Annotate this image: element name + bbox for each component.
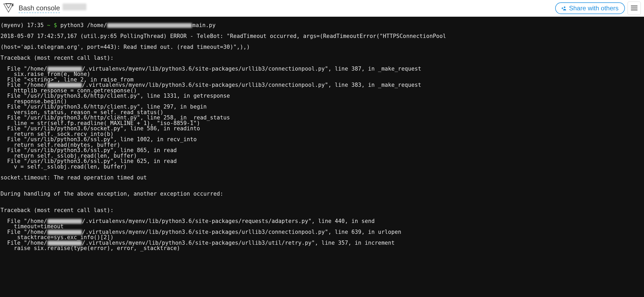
traceback-file-line: File "/usr/lib/python3.6/http/client.py"…: [1, 104, 644, 110]
traceback-code-line: line = str(self.fp.readline(_MAXLINE + 1…: [1, 120, 644, 126]
traceback-file-line: File "/home//.virtualenvs/myenv/lib/pyth…: [1, 218, 644, 224]
prompt-time: 17:35: [27, 22, 44, 28]
prompt-symbol: $: [54, 22, 57, 28]
traceback-file-line: File "/usr/lib/python3.6/http/client.py"…: [1, 93, 644, 99]
terminal[interactable]: (myenv) 17:35 ~ $ python3 /home/main.py …: [0, 17, 644, 297]
add-user-icon: [560, 5, 566, 11]
redacted-path: [47, 219, 82, 224]
topbar-left: Bash console: [2, 2, 86, 15]
prompt-env: (myenv): [1, 22, 24, 28]
traceback-file-line: File "<string>", line 2, in raise_from: [1, 77, 644, 83]
traceback-frames-1: File "/home//.virtualenvs/myenv/lib/pyth…: [1, 66, 644, 170]
prompt-command-pre: python3 /home/: [60, 22, 107, 28]
traceback-file-line: File "/usr/lib/python3.6/http/client.py"…: [1, 115, 644, 120]
share-button[interactable]: Share with others: [555, 2, 625, 14]
traceback-file-line: File "/usr/lib/python3.6/ssl.py", line 8…: [1, 148, 644, 153]
redacted-path: [47, 241, 82, 246]
svg-point-3: [564, 6, 566, 8]
traceback-file-line: File "/usr/lib/python3.6/ssl.py", line 1…: [1, 137, 644, 142]
traceback-code-line: return self.read(nbytes, buffer): [1, 142, 644, 148]
site-logo[interactable]: [2, 2, 15, 15]
svg-point-2: [12, 5, 13, 5]
terminal-output-line: 2018-05-07 17:42:57,167 (util.py:65 Poll…: [1, 33, 644, 39]
traceback-code-line: timeout=timeout: [1, 224, 644, 229]
console-title-link[interactable]: Bash console: [19, 4, 60, 13]
traceback-code-line: return self._sock.recv_into(b): [1, 131, 644, 137]
terminal-output-line: Traceback (most recent call last):: [1, 208, 644, 213]
traceback-code-line: six.raise_from(e, None): [1, 71, 644, 77]
terminal-output-line: Traceback (most recent call last):: [1, 55, 644, 61]
prompt-cwd: ~: [47, 22, 51, 28]
svg-marker-1: [6, 3, 11, 8]
page-title: Bash console: [19, 3, 86, 13]
traceback-file-line: File "/home//.virtualenvs/myenv/lib/pyth…: [1, 66, 644, 72]
share-button-label: Share with others: [569, 5, 619, 11]
redacted-path: [47, 230, 82, 235]
console-id-redacted: [63, 3, 86, 10]
traceback-code-line: raise six.reraise(type(error), error, _s…: [1, 246, 644, 251]
topbar-right: Share with others: [555, 2, 641, 15]
redacted-path: [47, 67, 82, 71]
snake-logo-icon: [2, 1, 15, 16]
redacted-path: [107, 23, 192, 28]
traceback-file-line: File "/usr/lib/python3.6/ssl.py", line 6…: [1, 158, 644, 164]
traceback-code-line: _stacktrace=sys.exc_info()[2]): [1, 235, 644, 240]
traceback-file-line: File "/home//.virtualenvs/myenv/lib/pyth…: [1, 229, 644, 235]
traceback-code-line: return self._sslobj.read(len, buffer): [1, 153, 644, 159]
hamburger-icon: [630, 4, 638, 13]
menu-button[interactable]: [628, 2, 641, 15]
traceback-file-line: File "/home//.virtualenvs/myenv/lib/pyth…: [1, 82, 644, 88]
traceback-code-line: response.begin(): [1, 99, 644, 104]
terminal-output-line: socket.timeout: The read operation timed…: [1, 175, 644, 180]
traceback-file-line: File "/home//.virtualenvs/myenv/lib/pyth…: [1, 240, 644, 246]
terminal-output-line: During handling of the above exception, …: [1, 191, 644, 197]
terminal-output-line: (host='api.telegram.org', port=443): Rea…: [1, 44, 644, 50]
topbar: Bash console Share with others: [0, 0, 644, 17]
traceback-frames-2: File "/home//.virtualenvs/myenv/lib/pyth…: [1, 218, 644, 251]
terminal-prompt-line: (myenv) 17:35 ~ $ python3 /home/main.py: [1, 23, 644, 28]
redacted-path: [47, 83, 82, 88]
traceback-code-line: v = self._sslobj.read(len, buffer): [1, 164, 644, 170]
traceback-file-line: File "/usr/lib/python3.6/socket.py", lin…: [1, 126, 644, 131]
traceback-code-line: version, status, reason = self._read_sta…: [1, 110, 644, 115]
traceback-code-line: httplib_response = conn.getresponse(): [1, 88, 644, 93]
prompt-command-post: main.py: [192, 22, 216, 28]
